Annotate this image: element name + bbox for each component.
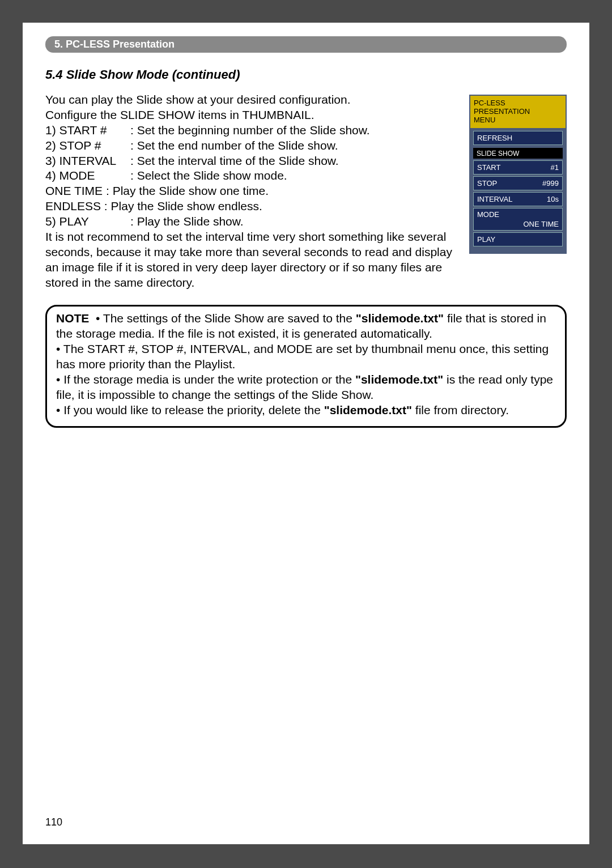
note-text: file from directory. <box>412 403 509 416</box>
definition-description: : Set the end number of the Slide show. <box>130 138 458 154</box>
osd-header-line: PRESENTATION <box>474 108 562 116</box>
definition-label: 1) START # <box>45 123 130 138</box>
osd-item-mode[interactable]: MODE ONE TIME <box>473 208 563 231</box>
osd-header-line: MENU <box>474 116 562 125</box>
definition-description: : Set the beginning number of the Slide … <box>130 123 458 138</box>
note-text: • The START #, STOP #, INTERVAL, and MOD… <box>56 342 549 371</box>
intro-line-1: You can play the Slide show at your desi… <box>45 92 458 108</box>
intro-line-2: Configure the SLIDE SHOW items in THUMBN… <box>45 108 458 123</box>
note-label: NOTE <box>56 312 89 325</box>
note-box: NOTE • The settings of the Slide Show ar… <box>45 305 567 427</box>
note-text: • If the storage media is under the writ… <box>56 373 355 386</box>
osd-item-start[interactable]: START #1 <box>473 160 563 175</box>
chapter-header-text: 5. PC-LESS Presentation <box>54 39 175 50</box>
osd-group-title: SLIDE SHOW <box>473 148 563 159</box>
osd-item-label: START <box>477 163 500 172</box>
definition-description: : Set the interval time of the Slide sho… <box>130 154 458 169</box>
osd-item-label: MODE <box>477 210 559 219</box>
note-filename: "slidemode.txt" <box>356 312 444 325</box>
note-text: The settings of the Slide Show are saved… <box>100 312 355 325</box>
osd-bottom-spacer <box>470 249 566 253</box>
definition-label: 3) INTERVAL <box>45 154 130 169</box>
definition-label: 5) PLAY <box>45 214 130 229</box>
osd-item-interval[interactable]: INTERVAL 10s <box>473 192 563 206</box>
definition-extra: It is not recommend to set the interval … <box>45 229 458 291</box>
chapter-header-bar: 5. PC-LESS Presentation <box>45 36 567 53</box>
osd-header-line: PC-LESS <box>474 99 562 108</box>
osd-item-value: 10s <box>547 195 559 203</box>
definition-subline: ENDLESS : Play the Slide show endless. <box>45 199 458 214</box>
osd-item-label: STOP <box>477 179 497 188</box>
note-text: • If you would like to release the prior… <box>56 403 324 416</box>
definition-label: 2) STOP # <box>45 138 130 154</box>
osd-menu: PC-LESS PRESENTATION MENU REFRESH SLIDE … <box>469 95 567 254</box>
definition-subline: ONE TIME : Play the Slide show one time. <box>45 184 458 199</box>
osd-group-body: START #1 STOP #999 INTERVAL 10s MODE ONE… <box>473 160 563 246</box>
page-number: 110 <box>45 816 62 828</box>
note-filename: "slidemode.txt" <box>324 403 412 416</box>
osd-item-stop[interactable]: STOP #999 <box>473 176 563 190</box>
definition-row: 4) MODE : Select the Slide show mode. <box>45 168 458 184</box>
note-filename: "slidemode.txt" <box>355 373 443 386</box>
definition-description: : Select the Slide show mode. <box>130 168 458 184</box>
osd-item-value: ONE TIME <box>477 220 559 228</box>
section-title: 5.4 Slide Show Mode (continued) <box>45 67 567 82</box>
definition-description: : Play the Slide show. <box>130 214 458 229</box>
definition-label: 4) MODE <box>45 168 130 184</box>
osd-item-label: PLAY <box>477 235 495 244</box>
osd-item-value: #999 <box>542 179 559 188</box>
definition-row: 1) START # : Set the beginning number of… <box>45 123 458 138</box>
body-text: You can play the Slide show at your desi… <box>45 92 458 290</box>
osd-item-play[interactable]: PLAY <box>473 232 563 246</box>
definition-row: 3) INTERVAL : Set the interval time of t… <box>45 154 458 169</box>
osd-item-refresh[interactable]: REFRESH <box>473 131 563 145</box>
definition-row: 2) STOP # : Set the end number of the Sl… <box>45 138 458 154</box>
osd-item-label: REFRESH <box>477 134 512 142</box>
document-page: 5. PC-LESS Presentation 5.4 Slide Show M… <box>23 23 589 844</box>
body-wrap: You can play the Slide show at your desi… <box>45 92 567 290</box>
definition-row: 5) PLAY : Play the Slide show. <box>45 214 458 229</box>
osd-item-value: #1 <box>551 163 559 172</box>
osd-item-label: INTERVAL <box>477 195 512 203</box>
osd-menu-header: PC-LESS PRESENTATION MENU <box>470 96 566 128</box>
